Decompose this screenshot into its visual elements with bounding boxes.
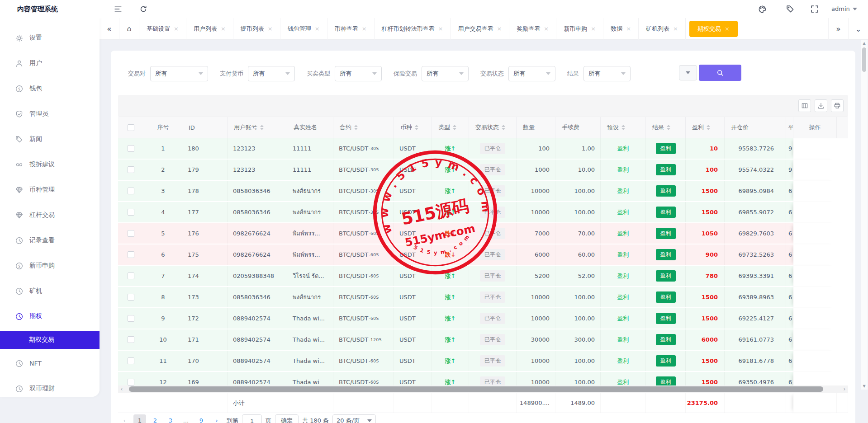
close-icon[interactable]: × <box>497 25 502 32</box>
page-button-9[interactable]: 9 <box>195 414 208 423</box>
scroll-left-icon[interactable]: ‹ <box>118 385 125 393</box>
close-icon[interactable]: × <box>221 25 226 32</box>
checkbox[interactable] <box>128 336 134 343</box>
scrollbar-thumb[interactable] <box>129 386 823 392</box>
column-header-checkbox[interactable] <box>118 117 144 138</box>
refresh-icon[interactable] <box>138 4 148 14</box>
tab-杠杆币划转法币查看[interactable]: 杠杆币划转法币查看× <box>375 18 451 40</box>
close-icon[interactable]: × <box>725 25 730 32</box>
close-icon[interactable]: × <box>626 25 631 32</box>
scroll-down-icon[interactable]: ▼ <box>863 383 865 390</box>
checkbox[interactable] <box>128 209 134 216</box>
scrollbar-track[interactable] <box>125 385 841 393</box>
checkbox[interactable] <box>128 166 134 173</box>
sidebar-item-钱包[interactable]: $钱包 <box>0 76 100 101</box>
sidebar-item-设置[interactable]: 设置 <box>0 25 100 51</box>
filter-select-5[interactable]: 所有 <box>583 66 631 81</box>
checkbox[interactable] <box>128 188 134 194</box>
checkbox[interactable] <box>128 294 134 301</box>
cell-checkbox[interactable] <box>118 351 144 371</box>
checkbox[interactable] <box>128 145 134 152</box>
cell-checkbox[interactable] <box>118 160 144 180</box>
filter-select-1[interactable]: 所有 <box>248 66 295 81</box>
sidebar-item-投拆建议[interactable]: 投拆建议 <box>0 152 100 177</box>
close-icon[interactable]: × <box>174 25 179 32</box>
column-header-type[interactable]: 类型 <box>432 117 469 138</box>
menu-toggle-icon[interactable] <box>113 4 123 14</box>
user-menu[interactable]: admin <box>831 0 857 18</box>
sidebar-item-新闻[interactable]: 新闻 <box>0 127 100 152</box>
filter-select-3[interactable]: 所有 <box>422 66 469 81</box>
cell-checkbox[interactable] <box>118 138 144 159</box>
sidebar-item-双币理财[interactable]: 双币理财 <box>0 376 100 401</box>
checkbox[interactable] <box>128 315 134 322</box>
close-icon[interactable]: × <box>591 25 596 32</box>
sort-icon[interactable] <box>621 125 625 130</box>
checkbox[interactable] <box>128 251 134 258</box>
sidebar-item-管理员[interactable]: 管理员 <box>0 101 100 127</box>
sort-icon[interactable] <box>415 125 418 130</box>
tab-数据[interactable]: 数据× <box>603 18 639 40</box>
tab-新币申购[interactable]: 新币申购× <box>556 18 603 40</box>
tabs-scroll-left[interactable]: « <box>100 18 119 40</box>
home-icon[interactable]: ⌂ <box>119 18 139 40</box>
scroll-up-icon[interactable]: ▲ <box>863 40 865 47</box>
page-button-3[interactable]: 3 <box>164 414 177 423</box>
prev-page-button[interactable]: ‹ <box>118 414 131 423</box>
tag-icon[interactable] <box>785 4 795 14</box>
sidebar-item-矿机[interactable]: 矿机 <box>0 278 100 304</box>
sidebar-item-记录查看[interactable]: 记录查看 <box>0 228 100 253</box>
fullscreen-icon[interactable] <box>810 4 820 14</box>
tab-奖励查看[interactable]: 奖励查看× <box>509 18 556 40</box>
column-header-preset[interactable]: 预设 <box>601 117 646 138</box>
checkbox[interactable] <box>128 273 134 279</box>
sidebar-item-币种管理[interactable]: 币种管理 <box>0 177 100 202</box>
page-button-1[interactable]: 1 <box>133 414 146 423</box>
cell-checkbox[interactable] <box>118 244 144 265</box>
page-jump-input[interactable] <box>242 414 262 423</box>
vscrollbar-track[interactable] <box>861 47 868 383</box>
sort-icon[interactable] <box>354 125 358 130</box>
tab-用户列表[interactable]: 用户列表× <box>186 18 233 40</box>
columns-setting-icon[interactable] <box>798 99 811 112</box>
sidebar-item-新币申购[interactable]: $新币申购 <box>0 253 100 278</box>
cell-checkbox[interactable] <box>118 287 144 307</box>
checkbox[interactable] <box>128 379 134 385</box>
sidebar-item-杠杆交易[interactable]: 杠杆交易 <box>0 202 100 228</box>
column-header-contract[interactable]: 合约 <box>333 117 394 138</box>
next-page-button[interactable]: › <box>210 414 223 423</box>
close-icon[interactable]: × <box>673 25 678 32</box>
column-header-account[interactable]: 用户账号 <box>228 117 287 138</box>
tab-用户交易查看[interactable]: 用户交易查看× <box>451 18 509 40</box>
cell-checkbox[interactable] <box>118 202 144 222</box>
vertical-scrollbar[interactable]: ▲ ▼ <box>861 40 868 390</box>
scroll-right-icon[interactable]: › <box>841 385 848 393</box>
column-header-coin[interactable]: 币种 <box>394 117 432 138</box>
sidebar-item-NFT[interactable]: NFT <box>0 351 100 376</box>
tabs-scroll-right[interactable]: » <box>828 18 848 40</box>
tab-提币列表[interactable]: 提币列表× <box>233 18 280 40</box>
column-header-profit[interactable]: 盈利 <box>686 117 725 138</box>
cell-checkbox[interactable] <box>118 329 144 350</box>
tabs-menu-icon[interactable]: ⌄ <box>848 18 868 40</box>
theme-palette-icon[interactable] <box>757 4 767 14</box>
close-icon[interactable]: × <box>544 25 549 32</box>
sidebar-subitem-期权交易[interactable]: 期权交易 <box>0 331 100 349</box>
export-icon[interactable] <box>815 99 827 112</box>
checkbox[interactable] <box>128 230 134 237</box>
sort-icon[interactable] <box>260 125 264 130</box>
close-icon[interactable]: × <box>438 25 443 32</box>
sort-icon[interactable] <box>502 125 505 130</box>
cell-checkbox[interactable] <box>118 181 144 201</box>
column-header-status[interactable]: 交易状态 <box>469 117 517 138</box>
sidebar-item-期权[interactable]: 期权 <box>0 304 100 329</box>
sort-icon[interactable] <box>707 125 710 130</box>
vscrollbar-thumb[interactable] <box>862 47 866 72</box>
print-icon[interactable] <box>831 99 844 112</box>
filter-expand-button[interactable] <box>679 65 697 80</box>
filter-select-4[interactable]: 所有 <box>508 66 555 81</box>
page-button-2[interactable]: 2 <box>149 414 161 423</box>
cell-checkbox[interactable] <box>118 308 144 329</box>
tab-期权交易[interactable]: 期权交易× <box>689 21 738 37</box>
filter-select-0[interactable]: 所有 <box>150 66 208 81</box>
